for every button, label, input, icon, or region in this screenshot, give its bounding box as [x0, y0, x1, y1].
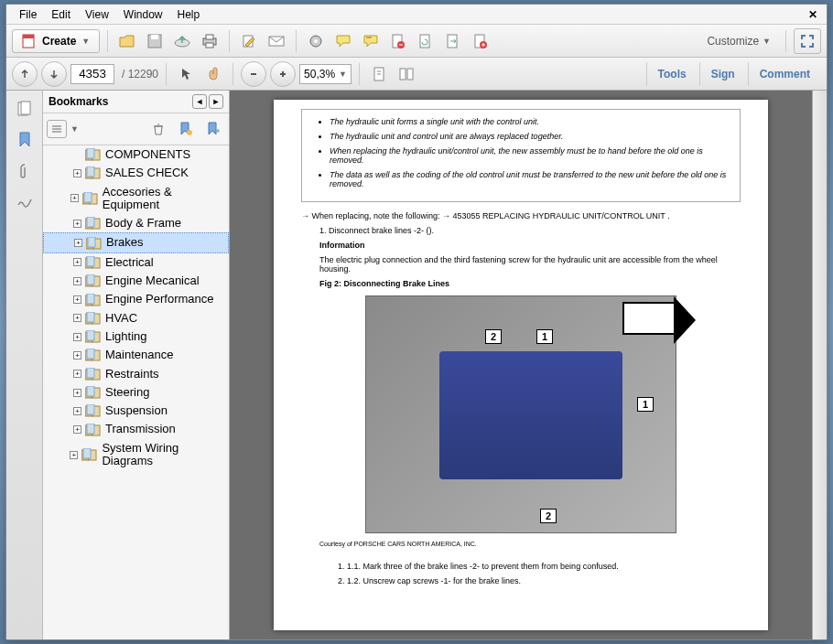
- expand-icon[interactable]: +: [73, 169, 81, 177]
- next-page-button[interactable]: [41, 61, 67, 87]
- expand-icon[interactable]: +: [73, 220, 81, 228]
- bookmark-item[interactable]: +Steering: [43, 383, 229, 402]
- expand-icon[interactable]: +: [73, 295, 81, 304]
- open-button[interactable]: [115, 29, 139, 53]
- new-bookmark-icon[interactable]: [174, 117, 198, 141]
- gear-button[interactable]: [304, 29, 328, 53]
- bookmark-item[interactable]: +Maintenance: [43, 346, 229, 364]
- chevron-down-icon: ▼: [70, 124, 79, 134]
- bookmark-item[interactable]: +Brakes: [43, 232, 229, 252]
- stamp-button[interactable]: [359, 29, 383, 53]
- svg-rect-20: [407, 69, 413, 80]
- menu-edit[interactable]: Edit: [44, 6, 78, 23]
- prev-page-button[interactable]: [12, 61, 38, 87]
- sign-button[interactable]: Sign: [699, 62, 746, 86]
- callout-1: 1: [536, 329, 553, 344]
- rotate-page-button[interactable]: [414, 29, 438, 53]
- vertical-scrollbar[interactable]: [812, 91, 827, 639]
- bookmarks-tree[interactable]: COMPONENTS+SALES CHECK+Accesories & Equi…: [43, 145, 229, 639]
- svg-rect-22: [21, 102, 30, 114]
- svg-rect-50: [87, 312, 94, 322]
- bookmark-item[interactable]: +Body & Frame: [43, 214, 229, 232]
- bookmark-item[interactable]: COMPONENTS: [43, 145, 229, 164]
- expand-icon[interactable]: +: [73, 407, 81, 415]
- expand-icon[interactable]: +: [73, 314, 81, 322]
- bookmark-item[interactable]: +HVAC: [43, 309, 229, 327]
- bookmark-label: COMPONENTS: [105, 148, 190, 161]
- page-total-label: / 12290: [118, 68, 158, 80]
- bookmark-item[interactable]: +Engine Mecanical: [43, 272, 229, 290]
- svg-rect-53: [87, 330, 94, 340]
- extract-page-button[interactable]: [441, 29, 465, 53]
- figure-image: 2 1 1 2: [365, 295, 676, 533]
- expand-icon[interactable]: +: [73, 389, 81, 397]
- zoom-in-button[interactable]: [270, 61, 296, 87]
- fullscreen-button[interactable]: [794, 28, 821, 54]
- thumbnails-icon[interactable]: [14, 98, 36, 120]
- expand-icon[interactable]: +: [74, 239, 82, 247]
- zoom-out-button[interactable]: [241, 61, 266, 87]
- tools-button[interactable]: Tools: [646, 62, 698, 86]
- document-area[interactable]: The hydraulic unit forms a single unit w…: [230, 91, 812, 639]
- mail-button[interactable]: [265, 29, 288, 53]
- bookmark-item[interactable]: +SALES CHECK: [43, 164, 229, 182]
- callout-2b: 2: [540, 509, 557, 523]
- bookmark-icon[interactable]: [14, 129, 36, 151]
- info-text: The electric plug connection and the thi…: [301, 255, 741, 274]
- edit-button[interactable]: [237, 29, 261, 53]
- bookmark-item[interactable]: +Electrical: [43, 253, 229, 272]
- svg-rect-14: [420, 35, 429, 48]
- hand-tool-button[interactable]: [201, 62, 225, 86]
- menu-file[interactable]: File: [12, 6, 44, 23]
- close-icon[interactable]: ✕: [805, 8, 821, 21]
- expand-icon[interactable]: +: [73, 277, 81, 285]
- signature-icon[interactable]: [14, 191, 36, 213]
- bookmark-item[interactable]: +Engine Performance: [43, 290, 229, 308]
- svg-rect-29: [87, 166, 94, 177]
- delete-page-button[interactable]: [386, 29, 410, 53]
- svg-rect-7: [206, 43, 213, 48]
- fit-page-button[interactable]: [367, 62, 391, 86]
- bookmark-label: HVAC: [105, 312, 137, 325]
- create-button[interactable]: Create ▼: [12, 29, 100, 53]
- attachment-icon[interactable]: [14, 160, 36, 182]
- svg-rect-32: [84, 192, 92, 202]
- bookmark-item[interactable]: +Lighting: [43, 327, 229, 346]
- expand-icon[interactable]: +: [73, 258, 81, 266]
- menu-view[interactable]: View: [78, 6, 116, 23]
- panel-next-icon[interactable]: ►: [209, 94, 223, 109]
- expand-icon[interactable]: +: [70, 194, 79, 202]
- expand-bookmark-icon[interactable]: [201, 117, 225, 141]
- svg-rect-44: [87, 274, 94, 284]
- menu-window[interactable]: Window: [116, 6, 170, 23]
- bookmark-label: Accesories & Equipment: [103, 186, 225, 212]
- zoom-select[interactable]: 50,3% ▼: [299, 64, 352, 84]
- note-bullet: The data as well as the coding of the ol…: [330, 170, 729, 188]
- menu-help[interactable]: Help: [170, 6, 208, 23]
- bookmark-item[interactable]: +Transmission: [43, 420, 229, 438]
- expand-icon[interactable]: +: [70, 451, 78, 459]
- step-1-1: 1. 1.1. Mark three of the brake lines -2…: [301, 562, 741, 571]
- save-button[interactable]: [143, 29, 167, 53]
- insert-page-button[interactable]: [469, 29, 492, 53]
- expand-icon[interactable]: +: [73, 370, 81, 378]
- bookmark-item[interactable]: +Suspension: [43, 402, 229, 420]
- comment-icon-button[interactable]: [331, 29, 355, 53]
- bookmark-item[interactable]: +Restraints: [43, 365, 229, 383]
- page-number-input[interactable]: [70, 64, 114, 84]
- expand-icon[interactable]: +: [73, 333, 81, 341]
- expand-icon[interactable]: +: [73, 351, 81, 360]
- bookmark-item[interactable]: +System Wiring Diagrams: [43, 439, 229, 471]
- expand-icon[interactable]: +: [73, 425, 81, 434]
- panel-prev-icon[interactable]: ◄: [192, 94, 207, 109]
- fit-width-button[interactable]: [395, 62, 418, 86]
- courtesy-text: Courtesy of PORSCHE CARS NORTH AMERICA, …: [301, 541, 741, 547]
- trash-icon[interactable]: [146, 117, 170, 141]
- customize-button[interactable]: Customize ▼: [699, 31, 778, 51]
- bookmark-item[interactable]: +Accesories & Equipment: [43, 183, 229, 215]
- cloud-button[interactable]: [170, 29, 194, 53]
- comment-button[interactable]: Comment: [748, 62, 821, 86]
- print-button[interactable]: [198, 29, 222, 53]
- options-button[interactable]: [47, 120, 67, 138]
- select-tool-button[interactable]: [174, 62, 198, 86]
